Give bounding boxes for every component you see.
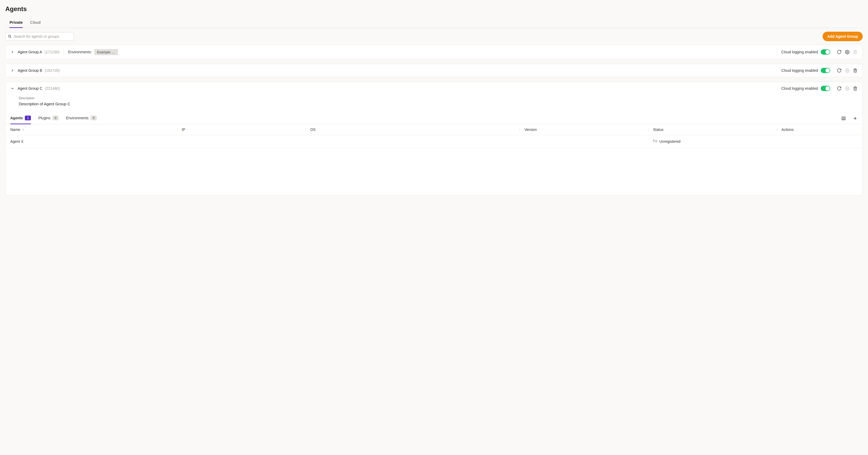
environments-label: Environments: bbox=[68, 50, 92, 54]
cell-os bbox=[305, 135, 520, 148]
cell-status: Unregistered bbox=[648, 135, 777, 148]
trash-icon bbox=[852, 50, 858, 55]
tab-cloud[interactable]: Cloud bbox=[30, 18, 40, 28]
toolbar: Add Agent Group bbox=[5, 28, 863, 45]
search-input[interactable] bbox=[5, 32, 74, 41]
description-label: Description bbox=[19, 96, 858, 100]
refresh-icon[interactable] bbox=[837, 50, 842, 55]
trash-icon[interactable] bbox=[852, 68, 858, 73]
refresh-icon[interactable] bbox=[837, 68, 842, 73]
svg-point-0 bbox=[8, 35, 10, 37]
environment-chip[interactable]: Example Env… bbox=[94, 49, 118, 55]
agent-group-id: (221480) bbox=[45, 86, 60, 91]
trash-icon[interactable] bbox=[852, 86, 858, 91]
chevron-right-icon[interactable] bbox=[10, 68, 14, 73]
col-status[interactable]: Status bbox=[648, 124, 777, 135]
cloud-logging-label: Cloud logging enabled bbox=[781, 68, 818, 73]
agent-group-id: (171230) bbox=[44, 50, 59, 54]
chevron-right-icon[interactable] bbox=[10, 50, 14, 54]
gear-icon bbox=[844, 68, 850, 73]
cell-ip bbox=[177, 135, 306, 148]
gear-icon[interactable] bbox=[844, 50, 850, 55]
agents-table: Name ↑ IP OS Version Status Actions Agen… bbox=[5, 124, 863, 148]
agent-group-header: Agent Group B (192720) Cloud logging ena… bbox=[5, 64, 863, 77]
svg-point-3 bbox=[847, 70, 848, 71]
agent-group-card: Agent Group A (171230) Environments: Exa… bbox=[5, 45, 863, 59]
search-wrap bbox=[5, 32, 74, 41]
svg-line-1 bbox=[10, 37, 11, 38]
agent-group-header: Agent Group C (221480) Cloud logging ena… bbox=[5, 82, 863, 95]
sort-asc-icon: ↑ bbox=[22, 127, 24, 132]
cell-name: Agent X bbox=[5, 135, 177, 148]
unlink-icon bbox=[653, 139, 657, 144]
tab-environments[interactable]: Environments 0 bbox=[66, 112, 97, 124]
svg-point-2 bbox=[847, 52, 848, 53]
tab-agents[interactable]: Agents 1 bbox=[10, 112, 31, 124]
col-os[interactable]: OS bbox=[305, 124, 520, 135]
cell-actions bbox=[777, 135, 863, 148]
col-version[interactable]: Version bbox=[520, 124, 648, 135]
plus-icon[interactable] bbox=[852, 116, 858, 121]
refresh-icon[interactable] bbox=[837, 86, 842, 91]
tab-plugins[interactable]: Plugins 0 bbox=[38, 112, 59, 124]
svg-rect-5 bbox=[842, 117, 845, 120]
top-tabs: Private Cloud bbox=[5, 18, 863, 28]
search-icon bbox=[8, 35, 11, 38]
agent-group-id: (192720) bbox=[45, 68, 60, 73]
table-empty-space bbox=[5, 148, 863, 195]
cloud-logging-label: Cloud logging enabled bbox=[781, 50, 818, 54]
gear-icon bbox=[844, 86, 850, 91]
col-ip[interactable]: IP bbox=[177, 124, 306, 135]
inner-tabs-row: Agents 1 Plugins 0 Environments 0 bbox=[5, 112, 863, 124]
cloud-logging-toggle[interactable] bbox=[821, 86, 830, 91]
agent-group-body: Description Description of Agent Group C bbox=[5, 95, 863, 106]
agent-group-header: Agent Group A (171230) Environments: Exa… bbox=[5, 45, 863, 59]
cell-version bbox=[520, 135, 648, 148]
table-row[interactable]: Agent X Unregistered bbox=[5, 135, 863, 148]
tab-plugins-label: Plugins bbox=[38, 116, 51, 120]
cloud-logging-label: Cloud logging enabled bbox=[781, 86, 818, 91]
agent-group-name: Agent Group B bbox=[18, 68, 42, 73]
agent-group-name: Agent Group A bbox=[18, 50, 42, 54]
description-text: Description of Agent Group C bbox=[19, 102, 858, 106]
svg-line-10 bbox=[653, 139, 657, 142]
cloud-logging-toggle[interactable] bbox=[821, 50, 830, 55]
divider bbox=[64, 49, 64, 55]
cloud-logging-toggle[interactable] bbox=[821, 68, 830, 73]
agent-group-card: Agent Group B (192720) Cloud logging ena… bbox=[5, 64, 863, 77]
agent-group-name: Agent Group C bbox=[18, 86, 42, 91]
tab-plugins-count: 0 bbox=[53, 116, 59, 120]
tab-private[interactable]: Private bbox=[9, 18, 23, 28]
tab-environments-label: Environments bbox=[66, 116, 89, 120]
chevron-down-icon[interactable] bbox=[10, 86, 14, 91]
tab-agents-label: Agents bbox=[10, 116, 23, 120]
page-title: Agents bbox=[5, 5, 863, 13]
col-actions: Actions bbox=[777, 124, 863, 135]
col-name[interactable]: Name ↑ bbox=[5, 124, 177, 135]
columns-icon[interactable] bbox=[841, 116, 846, 121]
tab-agents-count: 1 bbox=[25, 116, 31, 120]
add-agent-group-button[interactable]: Add Agent Group bbox=[823, 32, 863, 41]
tab-environments-count: 0 bbox=[91, 116, 97, 120]
svg-point-4 bbox=[847, 88, 848, 89]
agent-group-card: Agent Group C (221480) Cloud logging ena… bbox=[5, 82, 863, 196]
